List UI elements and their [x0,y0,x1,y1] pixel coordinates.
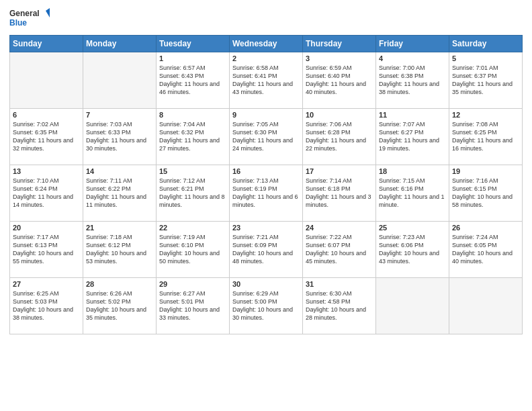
day-number: 17 [306,167,373,175]
calendar-cell [10,52,83,109]
calendar-table: SundayMondayTuesdayWednesdayThursdayFrid… [9,35,523,334]
day-info: Sunrise: 7:02 AMSunset: 6:35 PMDaylight:… [13,120,80,153]
calendar-cell: 23Sunrise: 7:21 AMSunset: 6:09 PMDayligh… [230,222,303,278]
day-info: Sunrise: 7:00 AMSunset: 6:38 PMDaylight:… [379,64,446,97]
day-number: 29 [159,280,226,288]
day-info: Sunrise: 7:13 AMSunset: 6:19 PMDaylight:… [232,177,300,210]
day-number: 16 [232,167,300,175]
day-number: 31 [306,280,373,288]
day-info: Sunrise: 6:57 AMSunset: 6:43 PMDaylight:… [159,64,226,97]
calendar-cell: 19Sunrise: 7:16 AMSunset: 6:15 PMDayligh… [449,165,523,222]
calendar-cell: 28Sunrise: 6:26 AMSunset: 5:02 PMDayligh… [83,278,157,334]
calendar-cell: 30Sunrise: 6:29 AMSunset: 5:00 PMDayligh… [230,278,303,334]
day-info: Sunrise: 7:18 AMSunset: 6:12 PMDaylight:… [86,233,153,266]
day-number: 7 [86,111,153,119]
calendar-cell: 22Sunrise: 7:19 AMSunset: 6:10 PMDayligh… [157,222,230,278]
calendar-cell: 14Sunrise: 7:11 AMSunset: 6:22 PMDayligh… [83,165,157,222]
calendar-cell: 6Sunrise: 7:02 AMSunset: 6:35 PMDaylight… [10,109,83,165]
calendar-cell: 21Sunrise: 7:18 AMSunset: 6:12 PMDayligh… [83,222,157,278]
week-row-4: 27Sunrise: 6:25 AMSunset: 5:03 PMDayligh… [10,278,523,334]
day-number: 9 [232,111,300,119]
svg-marker-2 [46,8,50,17]
day-number: 28 [86,280,153,288]
day-number: 15 [159,167,226,175]
day-number: 20 [13,224,80,232]
day-info: Sunrise: 7:17 AMSunset: 6:13 PMDaylight:… [13,233,80,266]
day-number: 5 [452,54,519,62]
day-info: Sunrise: 7:03 AMSunset: 6:33 PMDaylight:… [86,120,153,153]
calendar-cell: 18Sunrise: 7:15 AMSunset: 6:16 PMDayligh… [376,165,449,222]
day-number: 22 [159,224,226,232]
calendar-cell: 4Sunrise: 7:00 AMSunset: 6:38 PMDaylight… [376,52,449,109]
calendar-cell: 9Sunrise: 7:05 AMSunset: 6:30 PMDaylight… [230,109,303,165]
weekday-header-wednesday: Wednesday [230,36,303,52]
day-info: Sunrise: 6:58 AMSunset: 6:41 PMDaylight:… [232,64,300,97]
week-row-3: 20Sunrise: 7:17 AMSunset: 6:13 PMDayligh… [10,222,523,278]
calendar-cell: 11Sunrise: 7:07 AMSunset: 6:27 PMDayligh… [376,109,449,165]
calendar-cell: 20Sunrise: 7:17 AMSunset: 6:13 PMDayligh… [10,222,83,278]
week-row-2: 13Sunrise: 7:10 AMSunset: 6:24 PMDayligh… [10,165,523,222]
svg-text:General: General [9,9,40,18]
day-number: 27 [13,280,80,288]
day-info: Sunrise: 7:12 AMSunset: 6:21 PMDaylight:… [159,177,226,210]
calendar-cell: 7Sunrise: 7:03 AMSunset: 6:33 PMDaylight… [83,109,157,165]
day-info: Sunrise: 7:23 AMSunset: 6:06 PMDaylight:… [379,233,446,266]
calendar-cell: 26Sunrise: 7:24 AMSunset: 6:05 PMDayligh… [449,222,523,278]
day-number: 4 [379,54,446,62]
day-number: 25 [379,224,446,232]
day-number: 21 [86,224,153,232]
svg-text:Blue: Blue [9,18,27,28]
weekday-header-saturday: Saturday [449,36,523,52]
weekday-header-friday: Friday [376,36,449,52]
day-number: 6 [13,111,80,119]
calendar-cell [376,278,449,334]
calendar-cell: 15Sunrise: 7:12 AMSunset: 6:21 PMDayligh… [157,165,230,222]
calendar-cell: 31Sunrise: 6:30 AMSunset: 4:58 PMDayligh… [303,278,376,334]
day-info: Sunrise: 7:10 AMSunset: 6:24 PMDaylight:… [13,177,80,210]
day-number: 26 [452,224,519,232]
calendar-cell: 3Sunrise: 6:59 AMSunset: 6:40 PMDaylight… [303,52,376,109]
day-number: 23 [232,224,300,232]
day-info: Sunrise: 6:26 AMSunset: 5:02 PMDaylight:… [86,289,153,322]
day-info: Sunrise: 7:15 AMSunset: 6:16 PMDaylight:… [379,177,446,210]
day-info: Sunrise: 7:07 AMSunset: 6:27 PMDaylight:… [379,120,446,153]
day-info: Sunrise: 7:22 AMSunset: 6:07 PMDaylight:… [306,233,373,266]
day-info: Sunrise: 6:29 AMSunset: 5:00 PMDaylight:… [232,289,300,322]
page: General Blue SundayMondayTuesdayWednesda… [0,0,532,411]
calendar-cell: 24Sunrise: 7:22 AMSunset: 6:07 PMDayligh… [303,222,376,278]
calendar-cell: 25Sunrise: 7:23 AMSunset: 6:06 PMDayligh… [376,222,449,278]
day-number: 13 [13,167,80,175]
calendar-cell [449,278,523,334]
day-number: 2 [232,54,300,62]
day-number: 18 [379,167,446,175]
day-info: Sunrise: 7:19 AMSunset: 6:10 PMDaylight:… [159,233,226,266]
calendar-cell: 13Sunrise: 7:10 AMSunset: 6:24 PMDayligh… [10,165,83,222]
day-info: Sunrise: 6:25 AMSunset: 5:03 PMDaylight:… [13,289,80,322]
day-info: Sunrise: 7:01 AMSunset: 6:37 PMDaylight:… [452,64,519,97]
calendar-cell: 12Sunrise: 7:08 AMSunset: 6:25 PMDayligh… [449,109,523,165]
day-number: 11 [379,111,446,119]
day-number: 1 [159,54,226,62]
week-row-1: 6Sunrise: 7:02 AMSunset: 6:35 PMDaylight… [10,109,523,165]
week-row-0: 1Sunrise: 6:57 AMSunset: 6:43 PMDaylight… [10,52,523,109]
day-number: 30 [232,280,300,288]
day-number: 8 [159,111,226,119]
logo-svg: General Blue [9,7,50,31]
day-info: Sunrise: 7:08 AMSunset: 6:25 PMDaylight:… [452,120,519,153]
calendar-cell: 16Sunrise: 7:13 AMSunset: 6:19 PMDayligh… [230,165,303,222]
calendar-cell: 17Sunrise: 7:14 AMSunset: 6:18 PMDayligh… [303,165,376,222]
day-info: Sunrise: 7:06 AMSunset: 6:28 PMDaylight:… [306,120,373,153]
calendar-cell: 10Sunrise: 7:06 AMSunset: 6:28 PMDayligh… [303,109,376,165]
day-number: 3 [306,54,373,62]
day-info: Sunrise: 7:14 AMSunset: 6:18 PMDaylight:… [306,177,373,210]
day-number: 24 [306,224,373,232]
calendar-cell: 27Sunrise: 6:25 AMSunset: 5:03 PMDayligh… [10,278,83,334]
day-info: Sunrise: 7:05 AMSunset: 6:30 PMDaylight:… [232,120,300,153]
calendar-cell: 29Sunrise: 6:27 AMSunset: 5:01 PMDayligh… [157,278,230,334]
day-info: Sunrise: 6:27 AMSunset: 5:01 PMDaylight:… [159,289,226,322]
weekday-header-sunday: Sunday [10,36,83,52]
calendar-cell: 5Sunrise: 7:01 AMSunset: 6:37 PMDaylight… [449,52,523,109]
calendar-cell: 2Sunrise: 6:58 AMSunset: 6:41 PMDaylight… [230,52,303,109]
weekday-header-monday: Monday [83,36,157,52]
logo: General Blue [9,7,50,31]
